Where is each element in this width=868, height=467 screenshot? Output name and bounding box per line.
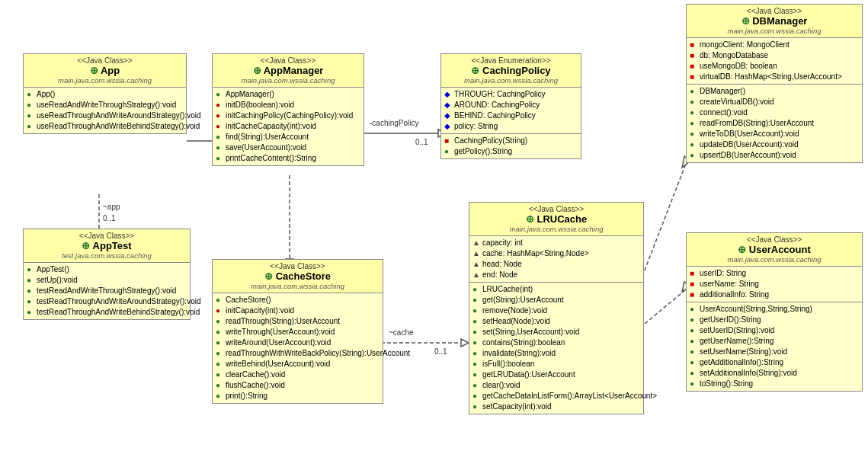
method: ●remove(Node):void bbox=[472, 305, 640, 316]
cachingpolicy-fields: ◆THROUGH: CachingPolicy ◆AROUND: Caching… bbox=[441, 88, 581, 134]
method: ●AppTest() bbox=[27, 264, 187, 275]
app-icon: ⊕ bbox=[90, 65, 98, 76]
appmanager-package: main.java.com.wssia.caching bbox=[216, 76, 360, 85]
field: ◆AROUND: CachingPolicy bbox=[444, 100, 578, 110]
method: ●setUp():void bbox=[27, 275, 187, 286]
dbmanager-package: main.java.com.wssia.caching bbox=[690, 27, 858, 35]
class-cachingpolicy: <<Java Enumeration>> ⊕ CachingPolicy mai… bbox=[440, 53, 581, 159]
method: ●print():String bbox=[216, 391, 380, 401]
field: ◆THROUGH: CachingPolicy bbox=[444, 89, 578, 100]
appmanager-stereotype: <<Java Class>> bbox=[216, 56, 360, 65]
cachingpolicy-stereotype: <<Java Enumeration>> bbox=[445, 56, 577, 65]
method: ●printCacheContent():String bbox=[216, 153, 360, 164]
cachingpolicy-package: main.java.com.wssia.caching bbox=[445, 76, 577, 85]
method: ●initCachingPolicy(CachingPolicy):void bbox=[216, 110, 360, 121]
svg-text:0..1: 0..1 bbox=[434, 347, 447, 356]
field: ■additionalInfo: String bbox=[690, 289, 859, 300]
method: ●useReadThroughAndWriteAroundStrategy():… bbox=[27, 110, 183, 121]
class-cachingpolicy-header: <<Java Enumeration>> ⊕ CachingPolicy mai… bbox=[441, 54, 581, 88]
method: ●toString():String bbox=[690, 379, 859, 389]
class-cachestore: <<Java Class>> ⊕ CacheStore main.java.co… bbox=[212, 259, 383, 404]
app-package: main.java.com.wssia.caching bbox=[27, 76, 182, 85]
cachingpolicy-methods: ■CachingPolicy(String) ●getPolicy():Stri… bbox=[441, 134, 581, 158]
cachestore-stereotype: <<Java Class>> bbox=[216, 262, 379, 270]
method: ●writeThrough(UserAccount):void bbox=[216, 327, 380, 337]
method: ●find(String):UserAccount bbox=[216, 132, 360, 142]
method: ●CacheStore() bbox=[216, 295, 380, 305]
method: ●invalidate(String):void bbox=[472, 348, 640, 359]
lrucache-name: ⊕ LRUCache bbox=[473, 213, 639, 225]
class-useraccount: <<Java Class>> ⊕ UserAccount main.java.c… bbox=[686, 232, 863, 392]
cachingpolicy-icon: ⊕ bbox=[471, 65, 479, 76]
method: ●setCapacity(int):void bbox=[472, 401, 640, 412]
method: ●save(UserAccount):void bbox=[216, 142, 360, 153]
method: ●isFull():boolean bbox=[472, 359, 640, 369]
method: ●getCacheDataInListForm():ArrayList<User… bbox=[472, 391, 640, 401]
app-stereotype: <<Java Class>> bbox=[27, 56, 182, 65]
method: ●App() bbox=[27, 89, 183, 100]
apptest-name: ⊕ AppTest bbox=[27, 240, 186, 251]
class-dbmanager-header: <<Java Class>> ⊕ DBManager main.java.com… bbox=[687, 5, 862, 38]
appmanager-name: ⊕ AppManager bbox=[216, 65, 360, 76]
method: ●clear():void bbox=[472, 380, 640, 391]
method: ●updateDB(UserAccount):void bbox=[690, 139, 859, 150]
lrucache-icon: ⊕ bbox=[526, 213, 534, 225]
method: ●writeAround(UserAccount):void bbox=[216, 337, 380, 348]
class-cachestore-header: <<Java Class>> ⊕ CacheStore main.java.co… bbox=[213, 260, 383, 293]
uml-diagram: ~app 0..1 -cachingPolicy 0..1 ~cache 0..… bbox=[0, 0, 868, 467]
cachestore-methods: ●CacheStore() ●initCapacity(int):void ●r… bbox=[213, 293, 383, 403]
method: ●DBManager() bbox=[690, 86, 859, 97]
class-app: <<Java Class>> ⊕ App main.java.com.wssia… bbox=[23, 53, 187, 134]
field: ▲end: Node bbox=[472, 270, 640, 280]
method: ●useReadThroughAndWriteBehindStrategy():… bbox=[27, 121, 183, 132]
class-app-header: <<Java Class>> ⊕ App main.java.com.wssia… bbox=[24, 54, 186, 88]
method: ●useReadAndWriteThroughStrategy():void bbox=[27, 100, 183, 110]
svg-line-17 bbox=[640, 289, 686, 328]
svg-text:0..1: 0..1 bbox=[103, 214, 116, 222]
field: ◆BEHIND: CachingPolicy bbox=[444, 110, 578, 121]
cachingpolicy-name: ⊕ CachingPolicy bbox=[445, 65, 577, 76]
field: ■db: MongoDatabase bbox=[690, 50, 859, 61]
method: ●readThroughWithWriteBackPolicy(String):… bbox=[216, 348, 380, 359]
method: ●readFromDB(String):UserAccount bbox=[690, 118, 859, 129]
dbmanager-stereotype: <<Java Class>> bbox=[690, 7, 858, 15]
useraccount-methods: ●UserAccount(String,String,String) ●getU… bbox=[687, 302, 862, 391]
method: ●writeToDB(UserAccount):void bbox=[690, 129, 859, 139]
useraccount-fields: ■userID: String ■userName: String ■addit… bbox=[687, 267, 862, 302]
method: ●setUserName(String):void bbox=[690, 347, 859, 357]
apptest-stereotype: <<Java Class>> bbox=[27, 232, 186, 240]
method: ■CachingPolicy(String) bbox=[444, 136, 578, 146]
class-apptest-header: <<Java Class>> ⊕ AppTest test.java.com.w… bbox=[24, 229, 190, 263]
method: ●contains(String):boolean bbox=[472, 337, 640, 348]
field: ■userName: String bbox=[690, 279, 859, 289]
method: ●setAdditionalInfo(String):void bbox=[690, 368, 859, 379]
svg-line-15 bbox=[640, 164, 686, 282]
cachestore-icon: ⊕ bbox=[264, 270, 273, 282]
method: ●upsertDB(UserAccount):void bbox=[690, 150, 859, 161]
lrucache-fields: ▲capacity: int ▲cache: HashMap<String,No… bbox=[469, 236, 643, 283]
useraccount-icon: ⊕ bbox=[738, 244, 746, 255]
field: ▲cache: HashMap<String,Node> bbox=[472, 248, 640, 259]
svg-text:-cachingPolicy: -cachingPolicy bbox=[370, 119, 418, 127]
class-appmanager-header: <<Java Class>> ⊕ AppManager main.java.co… bbox=[213, 54, 364, 88]
cachestore-package: main.java.com.wssia.caching bbox=[216, 282, 379, 290]
useraccount-stereotype: <<Java Class>> bbox=[690, 235, 858, 244]
appmanager-icon: ⊕ bbox=[253, 65, 261, 76]
method: ●writeBehind(UserAccount):void bbox=[216, 359, 380, 369]
method: ●initCacheCapacity(int):void bbox=[216, 121, 360, 132]
method: ●getUserName():String bbox=[690, 336, 859, 347]
method: ●setUserID(String):void bbox=[690, 325, 859, 336]
method: ●readThrough(String):UserAccount bbox=[216, 316, 380, 327]
method: ●AppManager() bbox=[216, 89, 360, 100]
svg-text:~app: ~app bbox=[103, 203, 120, 211]
method: ●initCapacity(int):void bbox=[216, 305, 380, 316]
dbmanager-fields: ■mongoClient: MongoClient ■db: MongoData… bbox=[687, 38, 862, 85]
useraccount-name: ⊕ UserAccount bbox=[690, 244, 858, 255]
svg-text:~cache: ~cache bbox=[389, 328, 414, 337]
method: ●getUserID():String bbox=[690, 315, 859, 325]
method: ●testReadThroughAndWriteBehindStrategy()… bbox=[27, 307, 187, 318]
class-lrucache: <<Java Class>> ⊕ LRUCache main.java.com.… bbox=[469, 202, 644, 414]
svg-marker-12 bbox=[461, 339, 469, 347]
method: ●initDB(boolean):void bbox=[216, 100, 360, 110]
dbmanager-methods: ●DBManager() ●createVirtualDB():void ●co… bbox=[687, 85, 862, 162]
